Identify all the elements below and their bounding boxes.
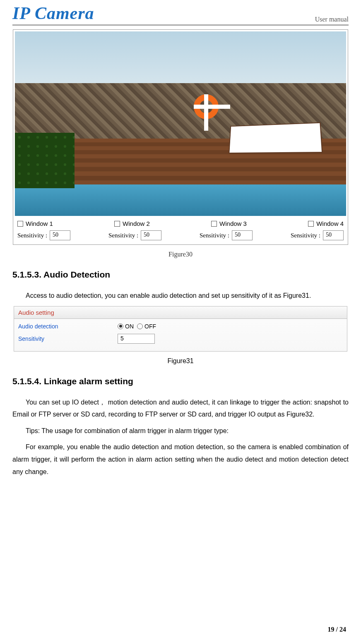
camera-preview-image	[15, 31, 346, 216]
linkage-para-1: You can set up IO detect， motion detecti…	[12, 396, 349, 421]
linkage-para-3-text: For example, you enable the audio detect…	[12, 443, 349, 475]
linkage-para-1-text: You can set up IO detect， motion detecti…	[12, 399, 349, 418]
on-label: ON	[125, 323, 134, 330]
page-number: 19 / 24	[328, 626, 346, 633]
window-checkbox-row: Window 1 Window 2 Window 3 Window 4	[15, 216, 346, 228]
figure30-container: Window 1 Window 2 Window 3 Window 4 Sens…	[13, 29, 348, 245]
checkbox-icon	[211, 221, 217, 227]
page-header: IP Camera User manual	[12, 0, 349, 25]
radio-on[interactable]	[118, 323, 123, 329]
window-1-checkbox[interactable]: Window 1	[17, 220, 53, 227]
audio-setting-panel: Audio setting Audio detection ON OFF Sen…	[14, 306, 347, 352]
linkage-para-3: For example, you enable the audio detect…	[12, 441, 349, 478]
sensitivity-1-input[interactable]: 50	[50, 230, 70, 240]
audio-detection-label: Audio detection	[18, 323, 118, 330]
logo: IP Camera	[12, 3, 94, 23]
window-label: Window 4	[316, 220, 344, 227]
manual-label: User manual	[315, 16, 349, 23]
window-2-checkbox[interactable]: Window 2	[114, 220, 150, 227]
window-label: Window 2	[123, 220, 150, 227]
audio-sensitivity-input[interactable]: 5	[118, 334, 155, 344]
sensitivity-3-input[interactable]: 50	[232, 230, 253, 240]
sensitivity-row: Sensitivity :50 Sensitivity :50 Sensitiv…	[15, 228, 346, 243]
figure31-caption: Figure31	[12, 357, 349, 365]
sensitivity-3: Sensitivity :50	[200, 230, 253, 240]
audio-detection-row: Audio detection ON OFF	[14, 319, 347, 330]
figure30-caption: Figure30	[12, 251, 349, 258]
checkbox-icon	[114, 221, 120, 227]
checkbox-icon	[308, 221, 314, 227]
sensitivity-label: Sensitivity :	[291, 232, 320, 239]
sensitivity-2: Sensitivity :50	[108, 230, 161, 240]
window-label: Window 1	[26, 220, 53, 227]
off-label: OFF	[144, 323, 156, 330]
section-5-1-5-4-heading: 5.1.5.4. Linkage alarm setting	[12, 376, 349, 386]
sensitivity-label: Sensitivity :	[108, 232, 138, 239]
window-label: Window 3	[219, 220, 247, 227]
sensitivity-4: Sensitivity :50	[291, 230, 344, 240]
section-5-1-5-3-heading: 5.1.5.3. Audio Detection	[12, 270, 349, 280]
linkage-para-2: Tips: The usage for combination of alarm…	[12, 425, 349, 437]
sensitivity-1: Sensitivity :50	[17, 230, 70, 240]
audio-sensitivity-row: Sensitivity 5	[14, 330, 347, 344]
radio-off[interactable]	[137, 323, 143, 329]
window-4-checkbox[interactable]: Window 4	[308, 220, 344, 227]
sensitivity-2-input[interactable]: 50	[141, 230, 161, 240]
checkbox-icon	[17, 221, 23, 227]
sensitivity-4-input[interactable]: 50	[323, 230, 344, 240]
window-3-checkbox[interactable]: Window 3	[211, 220, 247, 227]
audio-detection-paragraph: Access to audio detection, you can enabl…	[12, 290, 349, 302]
audio-setting-title: Audio setting	[14, 306, 347, 319]
sensitivity-label: Sensitivity :	[200, 232, 229, 239]
sensitivity-label: Sensitivity :	[17, 232, 47, 239]
audio-sensitivity-label: Sensitivity	[18, 335, 118, 342]
